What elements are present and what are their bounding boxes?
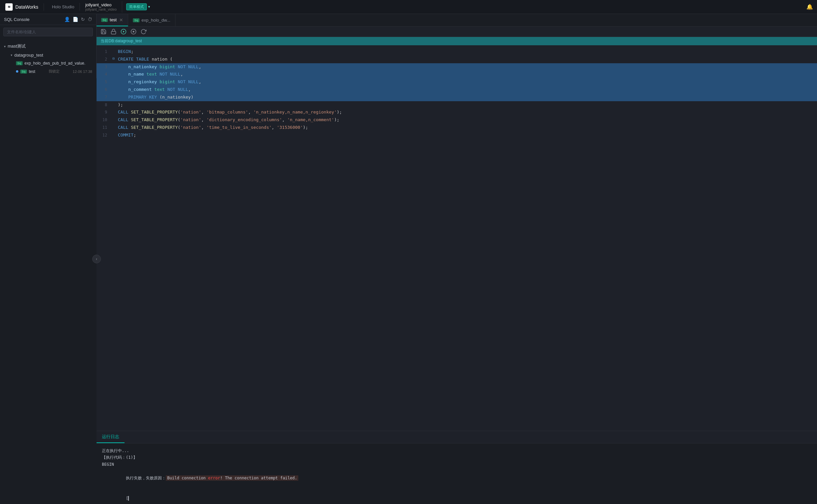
topbar-tab-sublabel: jollyant_rank_video — [85, 7, 117, 11]
search-input[interactable] — [3, 28, 93, 36]
editor-area: Sq test ✕ Sq exp_holo_dw... — [97, 14, 817, 504]
log-error-msg-part1: Build connection — [167, 476, 208, 480]
line-number: 7 — [97, 94, 113, 101]
sidebar-title: SQL Console — [4, 17, 30, 22]
cursor-icon — [128, 496, 129, 501]
line-number: 6 — [97, 86, 113, 93]
tab-label: test — [110, 17, 117, 22]
run-icon[interactable] — [121, 29, 127, 35]
line-content: CALL SET_TABLE_PROPERTY('nation', 'bitma… — [118, 109, 817, 116]
code-line-8: 8 ); — [97, 101, 817, 109]
list-item[interactable]: Sq exp_holo_dws_pub_trd_ad_value. — [12, 59, 96, 67]
line-content: CALL SET_TABLE_PROPERTY('nation', 'dicti… — [118, 117, 817, 124]
editor-toolbar — [97, 27, 817, 37]
sq-badge: Sq — [20, 70, 27, 74]
item-name: test — [29, 69, 35, 74]
log-text: 正在执行中... — [102, 448, 129, 453]
app-logo: ≋ DataWorks — [4, 3, 44, 11]
sq-badge: Sq — [101, 18, 108, 22]
tab-run-log[interactable]: 运行日志 — [97, 431, 125, 443]
new-file-icon[interactable]: 📄 — [73, 17, 78, 22]
sq-badge: Sq — [16, 61, 23, 65]
code-line-7: 7 PRIMARY KEY (n_nationkey) — [97, 94, 817, 101]
mode-chevron-icon[interactable]: ▾ — [148, 5, 150, 9]
main-layout: SQL Console 👤 📄 ↻ ⏱ ▾ mast测试 — [0, 14, 817, 504]
line-content: n_name text NOT NULL, — [118, 71, 817, 78]
line-number: 11 — [97, 124, 113, 131]
log-error-keyword: error — [208, 476, 220, 480]
tree-items: Sq exp_holo_dws_pub_trd_ad_value. Sq tes… — [7, 59, 96, 76]
active-dot-icon — [16, 70, 18, 73]
log-line: 正在执行中... — [102, 447, 812, 454]
tab-exp-holo[interactable]: Sq exp_holo_dw... — [128, 14, 175, 26]
refresh-icon[interactable] — [140, 29, 146, 35]
code-line-4: 4 n_name text NOT NULL, — [97, 71, 817, 78]
svg-rect-0 — [111, 31, 116, 34]
code-line-6: 6 n_comment text NOT NULL, — [97, 86, 817, 94]
app-name: DataWorks — [15, 4, 38, 10]
line-number: 9 — [97, 109, 113, 116]
line-number: 1 — [97, 48, 113, 55]
line-content: n_regionkey bigint NOT NULL, — [118, 79, 817, 86]
line-number: 4 — [97, 71, 113, 78]
save-icon[interactable] — [101, 29, 107, 35]
topbar-tab-label: Holo Studio — [52, 4, 74, 9]
stop-icon[interactable] — [131, 29, 136, 35]
line-content: BEGIN; — [118, 48, 817, 55]
db-indicator: 当前DB:datagroup_test — [97, 37, 817, 45]
log-error-prefix: 执行失败，失败原因： — [126, 476, 166, 480]
item-date: 12-06 17:38 — [73, 70, 92, 74]
line-content: CREATE TABLE nation ( — [118, 56, 817, 63]
sq-badge: Sq — [133, 18, 139, 22]
sidebar: SQL Console 👤 📄 ↻ ⏱ ▾ mast测试 — [0, 14, 97, 78]
log-line: BEGIN — [102, 461, 812, 468]
code-line-12: 12 COMMIT; — [97, 131, 817, 139]
sidebar-wrapper: SQL Console 👤 📄 ↻ ⏱ ▾ mast测试 — [0, 14, 97, 504]
line-number: 2 — [97, 56, 113, 63]
line-number: 3 — [97, 64, 113, 70]
log-text: 【执行代码：(1)】 — [102, 455, 137, 460]
line-number: 12 — [97, 132, 113, 138]
topbar-tab-video[interactable]: jollyant_video jollyant_rank_video — [80, 1, 122, 13]
chevron-down-icon: ▾ — [4, 45, 6, 48]
refresh-icon[interactable]: ↻ — [81, 17, 85, 22]
line-content: n_comment text NOT NULL, — [118, 86, 817, 93]
editor-tab-bar: Sq test ✕ Sq exp_holo_dw... — [97, 14, 817, 27]
topbar-tab-holo-studio[interactable]: Holo Studio — [47, 3, 80, 11]
close-icon[interactable]: ✕ — [119, 17, 123, 23]
list-item[interactable]: Sq test 我锁定 12-06 17:38 — [12, 67, 96, 76]
lock-icon[interactable] — [111, 29, 117, 35]
tree-subgroup-datagroup: ▾ datagroup_test Sq exp_holo_dws_pub_trd… — [0, 51, 96, 76]
tab-test[interactable]: Sq test ✕ — [97, 14, 128, 26]
tree-group-label-mast: mast测试 — [8, 43, 26, 49]
code-line-11: 11 CALL SET_TABLE_PROPERTY('nation', 'ti… — [97, 124, 817, 131]
tree-subgroup-header-datagroup[interactable]: ▾ datagroup_test — [7, 51, 96, 59]
log-cursor-line: [ — [102, 488, 812, 504]
fold-icon[interactable]: ⊟ — [113, 56, 117, 61]
svg-marker-2 — [123, 31, 125, 33]
tab-label: exp_holo_dw... — [141, 18, 170, 23]
chevron-down-icon: ▾ — [11, 53, 12, 57]
sidebar-search[interactable] — [3, 28, 93, 36]
notification-bell-icon[interactable]: 🔔 — [806, 4, 813, 10]
logo-icon: ≋ — [5, 3, 13, 11]
log-content: 正在执行中... 【执行代码：(1)】 BEGIN 执行失败，失败原因：Buil… — [97, 443, 817, 504]
tree-group-header-mast[interactable]: ▾ mast测试 — [0, 42, 96, 51]
log-error-line: 执行失败，失败原因：Build connection error! The co… — [102, 468, 812, 488]
code-line-5: 5 n_regionkey bigint NOT NULL, — [97, 78, 817, 86]
code-line-2: 2 ⊟ CREATE TABLE nation ( — [97, 56, 817, 63]
sidebar-icon-group: 👤 📄 ↻ ⏱ — [64, 17, 92, 22]
topbar-tab-label-main: jollyant_video — [85, 2, 117, 7]
code-line-3: 3 n_nationkey bigint NOT NULL, — [97, 63, 817, 71]
code-editor[interactable]: 1 BEGIN; 2 ⊟ CREATE TABLE nation ( 3 n_n… — [97, 45, 817, 431]
user-icon[interactable]: 👤 — [64, 17, 70, 22]
line-content: COMMIT; — [118, 132, 817, 139]
log-cursor-bracket: [ — [126, 496, 128, 501]
mode-badge[interactable]: 简单模式 — [126, 3, 147, 10]
sidebar-header: SQL Console 👤 📄 ↻ ⏱ — [0, 14, 96, 25]
code-line-10: 10 CALL SET_TABLE_PROPERTY('nation', 'di… — [97, 116, 817, 124]
log-text: BEGIN — [102, 462, 114, 467]
sidebar-collapse-button[interactable]: ‹ — [92, 255, 101, 263]
line-content: ); — [118, 102, 817, 109]
clock-icon[interactable]: ⏱ — [88, 17, 92, 22]
